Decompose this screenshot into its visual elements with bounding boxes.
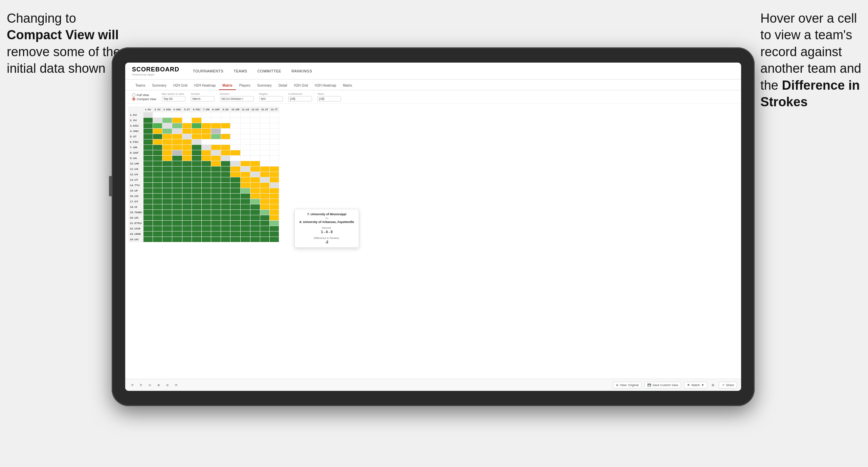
matrix-cell[interactable] <box>250 150 260 156</box>
view-original-button[interactable]: ⊚ View: Original <box>613 382 642 388</box>
matrix-cell[interactable] <box>241 177 250 183</box>
team-select[interactable]: (All) <box>317 96 341 102</box>
matrix-cell[interactable] <box>230 188 241 194</box>
matrix-cell[interactable] <box>192 156 202 161</box>
matrix-cell[interactable] <box>241 221 250 226</box>
matrix-cell[interactable] <box>221 226 230 231</box>
matrix-cell[interactable] <box>201 112 211 118</box>
matrix-cell[interactable] <box>143 199 153 204</box>
matrix-cell[interactable] <box>201 166 211 172</box>
matrix-cell[interactable] <box>172 145 182 150</box>
matrix-cell[interactable] <box>182 210 192 215</box>
matrix-cell[interactable] <box>211 161 221 166</box>
matrix-cell[interactable] <box>143 145 153 150</box>
matrix-cell[interactable] <box>230 123 241 129</box>
matrix-cell[interactable] <box>143 139 153 145</box>
subnav-summary1[interactable]: Summary <box>149 82 170 90</box>
matrix-cell[interactable] <box>241 150 250 156</box>
matrix-cell[interactable] <box>143 156 153 161</box>
matrix-cell[interactable] <box>162 215 172 221</box>
matrix-cell[interactable] <box>230 145 241 150</box>
matrix-cell[interactable] <box>241 145 250 150</box>
matrix-cell[interactable] <box>211 156 221 161</box>
matrix-cell[interactable] <box>172 172 182 177</box>
matrix-cell[interactable] <box>230 156 241 161</box>
compact-view-radio[interactable] <box>132 97 135 101</box>
matrix-cell[interactable] <box>192 210 202 215</box>
matrix-cell[interactable] <box>172 188 182 194</box>
matrix-cell[interactable] <box>230 118 241 123</box>
matrix-cell[interactable] <box>192 112 202 118</box>
matrix-cell[interactable] <box>201 226 211 231</box>
matrix-cell[interactable] <box>192 237 202 242</box>
matrix-cell[interactable] <box>211 177 221 183</box>
matrix-cell[interactable] <box>162 118 172 123</box>
matrix-cell[interactable] <box>241 161 250 166</box>
matrix-cell[interactable] <box>260 134 269 139</box>
matrix-cell[interactable] <box>172 123 182 129</box>
undo-button[interactable]: ↺ <box>129 382 135 388</box>
matrix-cell[interactable] <box>230 237 241 242</box>
matrix-cell[interactable] <box>153 118 162 123</box>
matrix-cell[interactable] <box>260 231 269 237</box>
matrix-cell[interactable] <box>182 112 192 118</box>
matrix-cell[interactable] <box>182 231 192 237</box>
matrix-cell[interactable] <box>192 204 202 210</box>
matrix-cell[interactable] <box>241 199 250 204</box>
matrix-cell[interactable] <box>201 150 211 156</box>
matrix-cell[interactable] <box>162 166 172 172</box>
matrix-cell[interactable] <box>241 204 250 210</box>
matrix-cell[interactable] <box>221 172 230 177</box>
conference-select[interactable]: (All) <box>288 96 312 102</box>
matrix-cell[interactable] <box>182 150 192 156</box>
matrix-cell[interactable] <box>162 177 172 183</box>
matrix-cell[interactable] <box>182 194 192 199</box>
matrix-cell[interactable] <box>182 161 192 166</box>
matrix-cell[interactable] <box>172 183 182 188</box>
nav-committee[interactable]: COMMITTEE <box>258 69 282 73</box>
matrix-cell[interactable] <box>162 139 172 145</box>
matrix-cell[interactable] <box>211 210 221 215</box>
matrix-cell[interactable] <box>230 129 241 134</box>
matrix-cell[interactable] <box>260 112 269 118</box>
matrix-cell[interactable] <box>269 134 279 139</box>
matrix-cell[interactable] <box>153 194 162 199</box>
matrix-cell[interactable] <box>143 123 153 129</box>
matrix-cell[interactable] <box>269 112 279 118</box>
subnav-h2hheatmap1[interactable]: H2H Heatmap <box>191 82 219 90</box>
matrix-cell[interactable] <box>172 177 182 183</box>
matrix-cell[interactable] <box>153 150 162 156</box>
matrix-cell[interactable] <box>143 204 153 210</box>
matrix-cell[interactable] <box>269 172 279 177</box>
matrix-cell[interactable] <box>241 215 250 221</box>
nav-tournaments[interactable]: TOURNAMENTS <box>193 69 223 73</box>
matrix-cell[interactable] <box>221 237 230 242</box>
matrix-cell[interactable] <box>221 188 230 194</box>
matrix-cell[interactable] <box>162 161 172 166</box>
matrix-cell[interactable] <box>211 237 221 242</box>
matrix-cell[interactable] <box>230 226 241 231</box>
matrix-cell[interactable] <box>182 177 192 183</box>
matrix-cell[interactable] <box>250 183 260 188</box>
matrix-cell[interactable] <box>269 129 279 134</box>
matrix-cell[interactable] <box>260 210 269 215</box>
save-view-button[interactable]: ⊙ <box>147 382 153 388</box>
matrix-cell[interactable] <box>230 199 241 204</box>
matrix-cell[interactable] <box>153 199 162 204</box>
matrix-cell[interactable] <box>192 123 202 129</box>
matrix-cell[interactable] <box>172 215 182 221</box>
matrix-cell[interactable] <box>250 161 260 166</box>
matrix-cell[interactable] <box>172 166 182 172</box>
matrix-cell[interactable] <box>162 183 172 188</box>
matrix-cell[interactable] <box>201 177 211 183</box>
matrix-cell[interactable] <box>192 118 202 123</box>
matrix-cell[interactable] <box>230 166 241 172</box>
matrix-cell[interactable] <box>182 188 192 194</box>
matrix-cell[interactable] <box>192 194 202 199</box>
matrix-cell[interactable] <box>192 150 202 156</box>
matrix-cell[interactable] <box>153 112 162 118</box>
matrix-cell[interactable] <box>182 156 192 161</box>
matrix-cell[interactable] <box>201 231 211 237</box>
matrix-cell[interactable] <box>153 210 162 215</box>
matrix-cell[interactable] <box>250 112 260 118</box>
